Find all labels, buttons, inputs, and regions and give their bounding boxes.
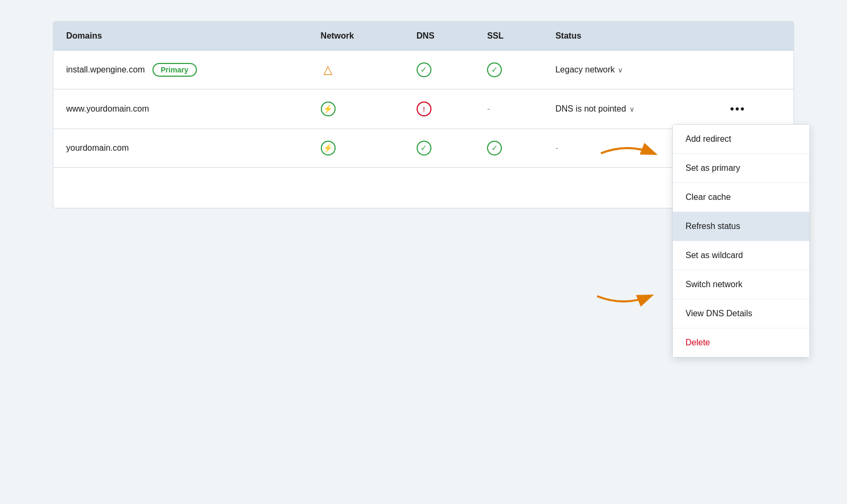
domain-cell: yourdomain.com [53, 129, 308, 168]
network-icon-cell: △ [308, 51, 404, 89]
dns-icon-cell: ! [404, 89, 474, 129]
col-status: Status [543, 22, 713, 51]
domain-name: www.yourdomain.com [66, 104, 149, 113]
page-container: Domains Network DNS SSL Status install.w… [53, 21, 794, 208]
warning-icon: △ [321, 62, 336, 77]
chevron-down-icon[interactable]: ∨ [629, 105, 635, 113]
table-row: install.wpengine.com Primary △ ✓ ✓ [53, 51, 794, 89]
col-domains: Domains [53, 22, 308, 51]
table-header-row: Domains Network DNS SSL Status [53, 22, 794, 51]
col-network: Network [308, 22, 404, 51]
arrow-to-refresh-icon [592, 280, 655, 314]
domain-name: install.wpengine.com [66, 65, 145, 75]
dns-icon-cell: ✓ [404, 129, 474, 168]
check-icon: ✓ [487, 62, 502, 77]
menu-item-switch-network[interactable]: Switch network [673, 270, 809, 299]
status-cell: DNS is not pointed ∨ [543, 89, 713, 129]
network-icon-cell: ⚡ [308, 89, 404, 129]
status-dash: - [555, 143, 558, 152]
status-text: DNS is not pointed [555, 104, 626, 114]
col-ssl: SSL [474, 22, 543, 51]
check-icon: ✓ [417, 141, 431, 155]
domain-cell: install.wpengine.com Primary [53, 51, 308, 89]
bolt-icon: ⚡ [321, 102, 336, 116]
arrow-to-menu-icon [596, 138, 659, 171]
dash-value: - [487, 104, 490, 113]
menu-item-set-wildcard[interactable]: Set as wildcard [673, 241, 809, 270]
exclaim-icon: ! [417, 102, 431, 116]
ssl-icon-cell: ✓ [474, 51, 543, 89]
domain-name: yourdomain.com [66, 143, 129, 152]
check-icon: ✓ [417, 62, 431, 77]
status-cell: Legacy network ∨ [543, 51, 713, 89]
col-actions [713, 22, 794, 51]
action-cell: ••• [713, 89, 794, 129]
check-icon: ✓ [487, 141, 502, 155]
three-dots-button[interactable]: ••• [726, 101, 750, 117]
col-dns: DNS [404, 22, 474, 51]
menu-item-view-dns[interactable]: View DNS Details [673, 299, 809, 328]
domain-cell: www.yourdomain.com [53, 89, 308, 129]
table-row: www.yourdomain.com ⚡ ! - DNS is not poin… [53, 89, 794, 129]
network-icon-cell: ⚡ [308, 129, 404, 168]
action-cell [713, 51, 794, 89]
dns-icon-cell: ✓ [404, 51, 474, 89]
bolt-icon: ⚡ [321, 141, 336, 155]
ssl-icon-cell: - [474, 89, 543, 129]
menu-item-delete[interactable]: Delete [673, 328, 809, 357]
ssl-icon-cell: ✓ [474, 129, 543, 168]
context-menu: Add redirect Set as primary Clear cache … [672, 124, 810, 358]
status-text: Legacy network [555, 65, 615, 75]
menu-item-clear-cache[interactable]: Clear cache [673, 182, 809, 212]
primary-badge: Primary [152, 63, 197, 77]
menu-item-add-redirect[interactable]: Add redirect [673, 125, 809, 153]
menu-item-set-primary[interactable]: Set as primary [673, 153, 809, 182]
chevron-down-icon[interactable]: ∨ [618, 66, 623, 74]
menu-item-refresh-status[interactable]: Refresh status [673, 212, 809, 241]
